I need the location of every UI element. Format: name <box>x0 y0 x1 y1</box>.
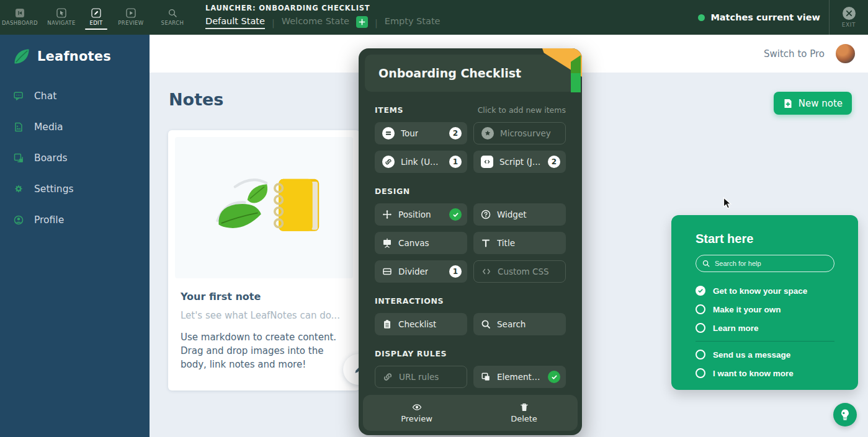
search-small-icon <box>481 319 491 329</box>
tool-preview[interactable]: PREVIEW <box>114 6 148 30</box>
tool-navigate[interactable]: NAVIGATE <box>44 6 79 30</box>
modal-button-canvas[interactable]: Canvas <box>375 232 467 254</box>
tool-edit[interactable]: EDIT <box>79 6 114 30</box>
edit-icon <box>91 8 101 18</box>
modal-button-title[interactable]: Title <box>473 232 566 254</box>
state-tab-default-state[interactable]: Default State <box>205 16 265 29</box>
checklist-item-make-it-your-own[interactable]: Make it your own <box>696 300 834 319</box>
checklist-item-label: Send us a message <box>713 350 790 360</box>
navigate-icon <box>56 8 66 18</box>
section-grid: PositionWidgetCanvasTitleDivider1Custom … <box>375 203 566 283</box>
widget-icon <box>481 210 491 219</box>
title-icon <box>481 238 491 248</box>
delete-button[interactable]: Delete <box>470 402 578 423</box>
url-rules-icon <box>383 372 393 382</box>
script-icon <box>481 156 493 168</box>
modal-button-label: URL rules <box>399 372 439 382</box>
settings-icon <box>14 184 24 194</box>
note-plus-icon <box>783 99 793 108</box>
modal-button-label: Microsurvey <box>500 128 551 138</box>
footer-action-label: Delete <box>511 414 537 423</box>
checklist-icon <box>382 319 392 329</box>
modal-button-tour[interactable]: Tour2 <box>375 122 467 144</box>
modal-button-label: Canvas <box>398 238 429 248</box>
unchecked-circle-icon <box>696 368 705 378</box>
modal-footer: PreviewDelete <box>363 395 578 431</box>
checklist-item-learn-more[interactable]: Learn more <box>696 319 834 337</box>
help-bulb-button[interactable] <box>833 403 857 426</box>
sidebar-item-label: Chat <box>34 90 56 102</box>
new-note-button[interactable]: New note <box>774 92 852 115</box>
page-title: Notes <box>169 90 223 109</box>
exit-button[interactable]: EXIT <box>829 0 868 35</box>
trash-icon <box>519 402 529 412</box>
modal-button-search[interactable]: Search <box>473 313 566 335</box>
checklist-item-get-to-know-your-space[interactable]: Get to know your space <box>696 281 834 300</box>
tool-search[interactable]: SEARCH <box>155 6 190 30</box>
modal-button-label: Position <box>398 210 431 219</box>
section-header-design: DESIGN <box>375 187 566 196</box>
view-status: Matches current view <box>698 12 820 22</box>
help-search-input[interactable] <box>714 259 828 268</box>
modal-button-divider[interactable]: Divider1 <box>375 260 467 283</box>
eye-icon <box>412 402 422 412</box>
chat-icon <box>14 91 24 101</box>
microsurvey-icon <box>481 127 494 139</box>
switch-to-pro-link[interactable]: Switch to Pro <box>764 48 825 60</box>
element-rules-icon <box>481 372 491 382</box>
checklist-item-send-us-a-message[interactable]: Send us a message <box>696 345 834 364</box>
sidebar-item-chat[interactable]: Chat <box>0 81 150 112</box>
sidebar: Leafnotes ChatMediaBoardsSettingsProfile <box>0 35 150 437</box>
modal-button-label: Checklist <box>398 319 436 329</box>
modal-title: Onboarding Checklist <box>378 66 521 80</box>
sidebar-item-label: Settings <box>34 183 74 195</box>
section-header-display-rules: DISPLAY RULES <box>375 349 566 358</box>
checked-circle-icon <box>696 286 705 296</box>
count-badge: 2 <box>548 156 560 168</box>
modal-button-label: Link (URL) <box>401 157 443 167</box>
preview-button[interactable]: Preview <box>363 402 470 423</box>
modal-button-widget[interactable]: Widget <box>473 203 566 226</box>
start-here-title: Start here <box>696 232 858 246</box>
search-icon <box>702 260 710 267</box>
modal-button-microsurvey[interactable]: Microsurvey <box>473 122 566 144</box>
dashboard-icon <box>15 8 25 18</box>
topbar-right: Matches current view EXIT <box>698 0 868 35</box>
tool-label: NAVIGATE <box>47 20 75 26</box>
checklist-item-label: I want to know more <box>713 369 794 378</box>
sidebar-item-profile[interactable]: Profile <box>0 205 150 236</box>
modal-button-label: Element rules <box>497 372 542 382</box>
state-tabs: Default State|Welcome State|Empty State <box>205 16 441 29</box>
modal-button-custom-css[interactable]: Custom CSS <box>473 260 566 283</box>
sidebar-item-settings[interactable]: Settings <box>0 174 150 205</box>
search-icon <box>168 8 177 18</box>
section-label: DESIGN <box>375 187 410 196</box>
sidebar-item-boards[interactable]: Boards <box>0 143 150 174</box>
tool-dashboard[interactable]: DASHBOARD <box>2 6 37 30</box>
preview-icon <box>126 8 136 18</box>
modal-button-checklist[interactable]: Checklist <box>375 313 467 335</box>
start-here-widget: Start here Get to know your spaceMake it… <box>671 215 858 390</box>
brand[interactable]: Leafnotes <box>0 35 150 66</box>
modal-button-link-url[interactable]: Link (URL)1 <box>375 151 467 173</box>
tool-underline <box>85 29 107 30</box>
tool-underline <box>9 29 31 30</box>
sidebar-item-media[interactable]: Media <box>0 112 150 143</box>
checklist-item-i-want-to-know-more[interactable]: I want to know more <box>696 364 834 382</box>
state-tab-welcome-state[interactable]: Welcome State <box>282 16 349 29</box>
modal-header[interactable]: Onboarding Checklist <box>365 55 576 92</box>
state-separator: | <box>272 18 275 28</box>
modal-button-script-js-co[interactable]: Script (JS co...2 <box>473 151 566 173</box>
help-search-box[interactable] <box>696 255 834 272</box>
brand-name: Leafnotes <box>37 49 111 64</box>
add-state-button[interactable] <box>356 16 368 28</box>
state-tab-empty-state[interactable]: Empty State <box>385 16 441 29</box>
sidebar-item-label: Boards <box>34 152 68 164</box>
note-card[interactable]: Your first note Let's see what LeafNotes… <box>168 130 360 391</box>
modal-button-position[interactable]: Position <box>375 203 467 226</box>
check-badge-icon <box>449 208 462 221</box>
modal-button-label: Custom CSS <box>498 267 549 276</box>
avatar[interactable] <box>836 44 855 63</box>
modal-button-element-rules[interactable]: Element rules <box>473 366 566 388</box>
modal-button-url-rules[interactable]: URL rules <box>375 366 467 388</box>
